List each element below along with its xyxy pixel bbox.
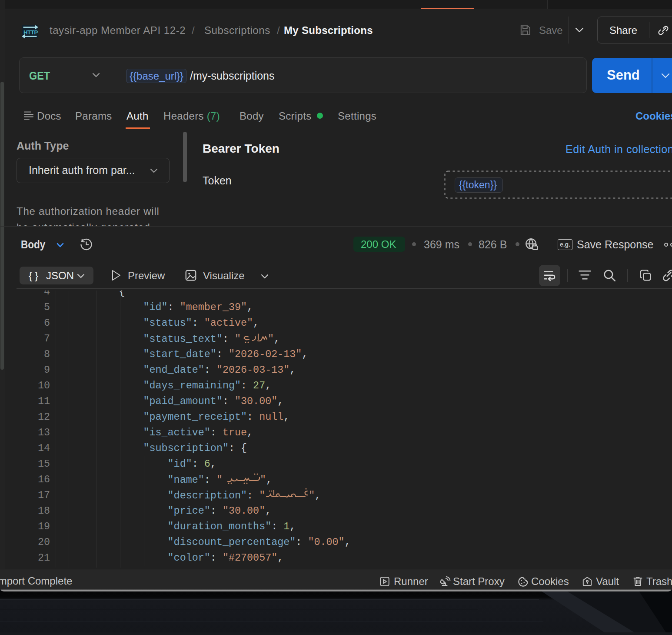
svg-text:HTTP: HTTP: [23, 29, 38, 36]
